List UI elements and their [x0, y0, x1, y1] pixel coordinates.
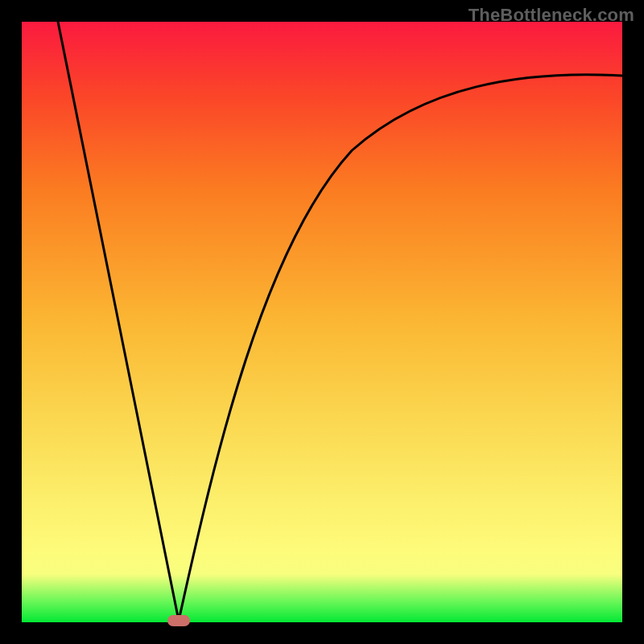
optimal-marker	[167, 615, 190, 626]
chart-frame: TheBottleneck.com	[0, 0, 644, 644]
bottleneck-curve	[22, 22, 622, 622]
plot-area	[22, 22, 622, 622]
watermark-text: TheBottleneck.com	[469, 5, 634, 26]
curve-path	[58, 22, 622, 621]
